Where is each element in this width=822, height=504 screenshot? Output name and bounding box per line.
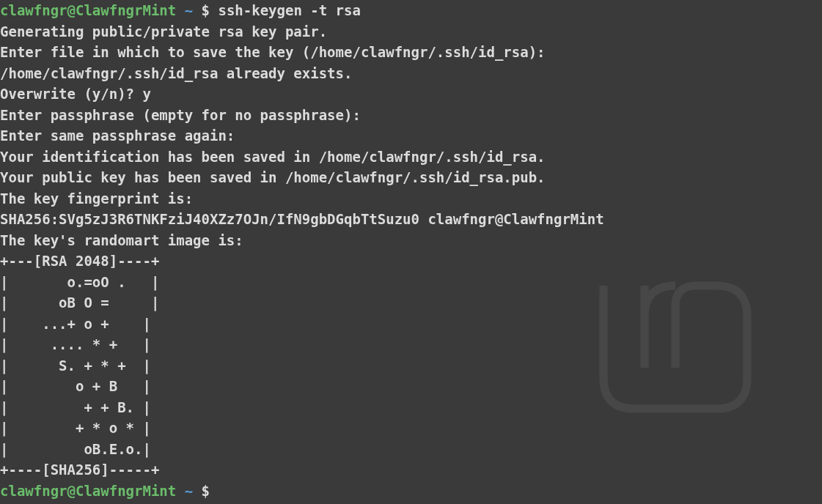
randomart-line: | o + B | [0, 376, 822, 397]
randomart-line: | + * o * | [0, 418, 822, 439]
output-line: Enter file in which to save the key (/ho… [0, 42, 822, 63]
randomart-line: | S. + * + | [0, 355, 822, 377]
randomart-line: | o.=oO . | [0, 272, 822, 293]
randomart-line: +---[RSA 2048]----+ [0, 251, 822, 272]
fingerprint-line: SHA256:SVg5zJ3R6TNKFziJ40XZz7OJn/IfN9gbD… [0, 209, 822, 230]
path: ~ [185, 483, 193, 499]
output-line: Generating public/private rsa key pair. [0, 21, 822, 42]
output-line: Your public key has been saved in /home/… [0, 167, 822, 188]
user-host: clawfngr@ClawfngrMint [0, 483, 176, 499]
output-line: The key fingerprint is: [0, 188, 822, 210]
prompt-line-2: clawfngr@ClawfngrMint ~ $ [0, 481, 822, 502]
output-line: Enter same passphrase again: [0, 125, 822, 147]
output-line: /home/clawfngr/.ssh/id_rsa already exist… [0, 63, 822, 84]
output-line: Your identification has been saved in /h… [0, 147, 822, 168]
output-line: The key's randomart image is: [0, 230, 822, 251]
terminal-output[interactable]: clawfngr@ClawfngrMint ~ $ ssh-keygen -t … [0, 0, 822, 501]
randomart-line: | + + B. | [0, 397, 822, 418]
path: ~ [185, 2, 193, 18]
prompt-line-1: clawfngr@ClawfngrMint ~ $ ssh-keygen -t … [0, 0, 822, 21]
randomart-line: | .... * + | [0, 334, 822, 355]
dollar: $ [193, 483, 210, 499]
dollar: $ [193, 2, 218, 18]
randomart-line: +----[SHA256]-----+ [0, 459, 822, 481]
randomart-line: | oB O = | [0, 292, 822, 314]
command-entered: ssh-keygen -t rsa [218, 2, 360, 18]
output-line: Enter passphrase (empty for no passphras… [0, 105, 822, 126]
output-line: Overwrite (y/n)? y [0, 84, 822, 105]
randomart-line: | ...+ o + | [0, 314, 822, 335]
user-host: clawfngr@ClawfngrMint [0, 2, 176, 18]
randomart-line: | oB.E.o.| [0, 439, 822, 460]
